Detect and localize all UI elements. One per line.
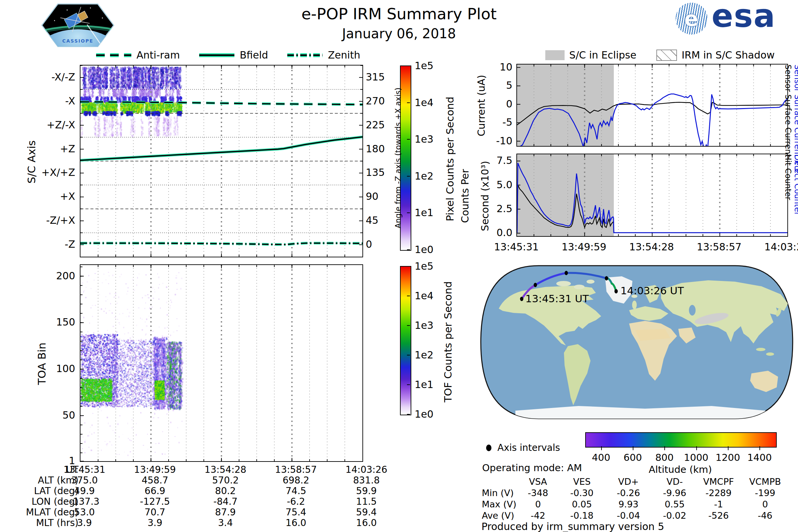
sc-axis-plot [80,65,363,258]
eph-cell-1-0: 375.0 [71,475,98,486]
p4-tick-5.0: 5.0 [496,178,512,190]
eclipse-swatch-icon [545,50,565,60]
toa-tick-50: 50 [62,409,75,421]
esa-wordmark: esa [711,0,776,35]
p4-tick-0.0: 0.0 [496,227,512,239]
alt-tickmark [664,446,665,450]
eph-cell-4-1: 70.7 [145,507,165,518]
toa-bin-plot [80,264,363,462]
volt-cell-0-3: -9.96 [663,488,686,498]
volt-col-VD-: VD- [666,476,683,487]
cb2-tick-1e5: 1e5 [415,260,434,272]
cb2-tickmark [407,266,410,267]
alt-tick-600: 600 [624,452,642,463]
volt-cell-2-2: -0.04 [617,510,640,521]
alt-tick-1200: 1200 [716,452,740,463]
eph-cell-0-2: 13:54:28 [205,464,246,475]
legend-label: Anti-ram [137,49,180,61]
volt-col-VMCPF: VMCPF [703,476,734,487]
cb2-tick-1e1: 1e1 [415,379,434,391]
eph-cell-5-0: 3.9 [77,517,92,528]
eph-cell-0-3: 13:58:57 [275,464,317,475]
altitude-colorbar [585,432,777,448]
right-xtick-2: 13:54:28 [629,241,674,253]
esa-logo: e esa [676,2,795,35]
axis-intervals-legend: Axis intervals [486,442,560,453]
eph-cell-5-1: 3.9 [148,517,163,528]
volt-cell-1-1: 0.05 [572,499,592,509]
eph-row-label-4: MLAT (deg) [26,507,78,518]
volt-cell-2-3: -0.02 [663,510,686,521]
volt-cell-2-1: -0.18 [570,510,593,521]
cb1-tickmark [407,65,410,66]
eph-cell-5-4: 16.0 [356,517,377,528]
counts-ylabel-line2: Second (x10³) [479,161,491,231]
current-ylabel: Current (uA) [475,75,487,136]
p3-tick-5: 5 [506,79,512,91]
angle-tick-0: 0 [366,239,372,250]
cb2-tickmark [407,384,410,385]
cb2-tick-1e0: 1e0 [415,408,434,420]
cb1-tickmark [407,249,410,250]
sc-axis-tick--X: -X [65,95,75,107]
cb2-tick-1e2: 1e2 [415,349,434,361]
angle-tick-270: 270 [366,95,385,107]
sc-axis-tick-+X/+Z: +X/+Z [41,167,75,178]
eph-row-label-2: LAT (deg) [34,486,78,496]
cb1-tick-1e1: 1e1 [415,207,434,218]
eph-cell-1-3: 698.2 [283,475,309,486]
track-start-label: 13:45:31 UT [525,292,589,305]
p4-right-label-1: Hit Counter [783,154,793,200]
alt-tickmark [601,446,602,450]
angle-tick-90: 90 [366,191,378,202]
eph-cell-2-0: 49.9 [74,486,95,496]
eclipse-legend: S/C in EclipseIRM in S/C Shadow [529,49,791,61]
eph-cell-0-0: 13:45:31 [63,464,106,475]
volt-cell-0-4: -2289 [706,488,732,498]
toa-tick-100: 100 [56,363,75,374]
alt-tickmark [633,446,633,450]
cb2-tickmark [407,355,410,356]
volt-row-label-0: Min (V) [482,488,514,498]
eph-cell-2-2: 80.2 [215,486,236,496]
volt-col-VES: VES [573,476,591,487]
volt-cell-1-4: -1 [714,499,723,509]
angle-tick-135: 135 [366,167,385,178]
alt-tick-1400: 1400 [747,452,772,463]
legend-label: Bfield [240,49,268,61]
track-end-label: 14:03:26 UT [621,285,684,297]
right-xtick-4: 14:03:26 [764,241,798,253]
cb2-tickmark [407,296,410,296]
cb2-tickmark [407,414,410,415]
volt-cell-0-2: -0.26 [617,488,640,498]
eph-cell-4-3: 75.4 [286,507,306,518]
current-plot [516,64,788,147]
cb1-tickmark [407,102,410,103]
cb1-tickmark [407,176,410,176]
legend-item-Bfield: Bfield [198,49,268,61]
right-xtick-1: 13:49:59 [562,241,607,253]
angle-tick-45: 45 [366,214,378,226]
p3-tick--5: -5 [502,116,512,128]
p3-tick-10: 10 [500,61,512,73]
cb2-tickmark [407,325,410,326]
p3-right-label-1: Sensor Surface Current [783,64,793,157]
summary-plot-page: CASSIOPE e-POP IRM Summary Plot January … [0,0,798,532]
angle-tick-315: 315 [366,71,385,82]
volt-cell-0-1: -0.30 [570,488,593,498]
angle-axis-label: Angle from -Z axis (towards +X axis) [394,88,402,228]
counts-plot [516,154,788,237]
right-xtick-0: 13:45:31 [494,241,539,253]
legend-item-Zenith: Zenith [287,49,360,61]
pixel-colorbar-label: Pixel Counts per Second [444,96,456,221]
eph-cell-0-4: 14:03:26 [345,464,387,475]
eph-cell-5-2: 3.4 [218,517,233,528]
cb1-tickmark [407,212,410,213]
produced-by: Produced by irm_summary version 5 [481,521,664,532]
toa-tick-200: 200 [56,270,75,281]
legend-label: S/C in Eclipse [569,49,636,61]
volt-cell-1-0: 0 [535,499,540,509]
eph-cell-2-1: 66.9 [145,486,165,496]
cb2-tick-1e3: 1e3 [415,320,434,331]
right-xtick-3: 13:58:57 [697,241,741,253]
